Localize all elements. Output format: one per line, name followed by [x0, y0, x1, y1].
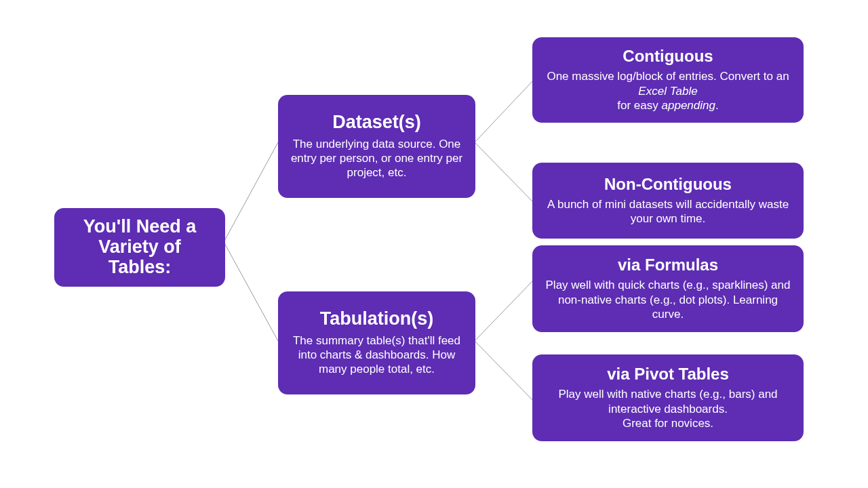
noncontiguous-desc: A bunch of mini datasets will accidental…	[545, 197, 791, 226]
formulas-node: via Formulas Play well with quick charts…	[532, 245, 804, 332]
contiguous-desc: One massive log/block of entries. Conver…	[545, 69, 791, 113]
contiguous-node: Contiguous One massive log/block of entr…	[532, 37, 804, 123]
formulas-desc: Play well with quick charts (e.g., spark…	[545, 278, 791, 321]
datasets-desc: The underlying data source. One entry pe…	[290, 137, 463, 180]
root-title: You'll Need a Variety of Tables:	[66, 217, 213, 277]
pivot-node: via Pivot Tables Play well with native c…	[532, 354, 804, 441]
svg-line-2	[475, 81, 532, 142]
svg-line-3	[475, 142, 532, 201]
formulas-title: via Formulas	[545, 256, 791, 274]
noncontiguous-title: Non-Contiguous	[545, 176, 791, 193]
noncontiguous-node: Non-Contiguous A bunch of mini datasets …	[532, 163, 804, 239]
tabulations-title: Tabulation(s)	[290, 309, 463, 329]
svg-line-1	[224, 242, 278, 341]
pivot-title: via Pivot Tables	[545, 365, 791, 383]
root-node: You'll Need a Variety of Tables:	[54, 208, 225, 287]
svg-line-0	[224, 142, 278, 242]
datasets-node: Dataset(s) The underlying data source. O…	[278, 95, 475, 198]
svg-line-4	[475, 281, 532, 341]
svg-line-5	[475, 341, 532, 400]
tabulations-node: Tabulation(s) The summary table(s) that'…	[278, 291, 475, 394]
pivot-desc: Play well with native charts (e.g., bars…	[545, 387, 791, 430]
datasets-title: Dataset(s)	[290, 113, 463, 133]
contiguous-title: Contiguous	[545, 47, 791, 65]
tabulations-desc: The summary table(s) that'll feed into c…	[290, 333, 463, 377]
